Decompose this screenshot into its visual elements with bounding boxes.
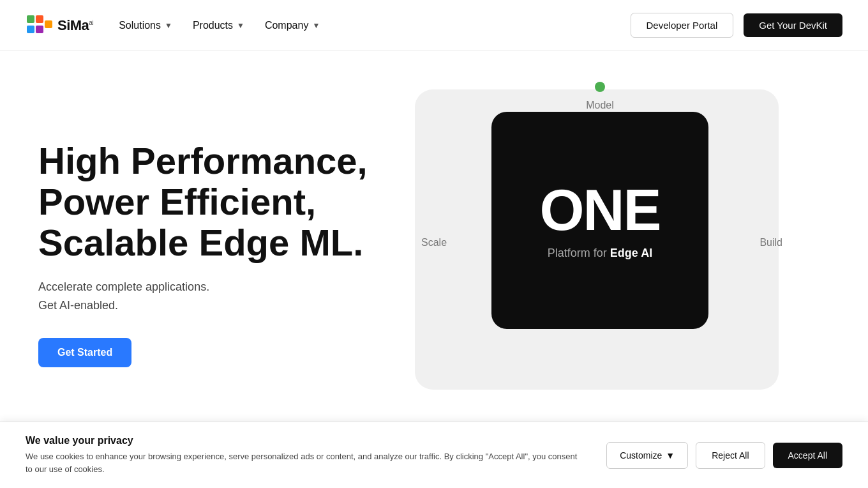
hero-left: High Performance, Power Efficient, Scala… xyxy=(38,89,370,367)
hero-right: Model Scale Build ONE Platform for Edge … xyxy=(370,77,830,409)
logo[interactable]: SiMaai xyxy=(26,14,93,37)
nav-products[interactable]: Products ▼ xyxy=(193,20,244,31)
one-title: ONE xyxy=(539,181,660,239)
svg-rect-1 xyxy=(36,15,43,23)
hero-section: High Performance, Power Efficient, Scala… xyxy=(0,51,868,424)
nav-company[interactable]: Company ▼ xyxy=(265,20,320,31)
svg-rect-0 xyxy=(27,15,34,23)
chevron-down-icon: ▼ xyxy=(312,21,320,30)
platform-container: Model Scale Build ONE Platform for Edge … xyxy=(415,77,785,409)
hero-subtitle: Accelerate complete applications. Get AI… xyxy=(38,278,370,315)
status-dot xyxy=(595,82,605,92)
one-platform-card: ONE Platform for Edge AI xyxy=(491,112,708,329)
logo-icon xyxy=(26,14,54,37)
chevron-down-icon: ▼ xyxy=(165,21,172,30)
navbar: SiMaai Solutions ▼ Products ▼ Company ▼ … xyxy=(0,0,868,51)
developer-portal-button[interactable]: Developer Portal xyxy=(631,13,734,38)
label-build: Build xyxy=(760,237,782,248)
cookie-banner: We value your privacy We use cookies to … xyxy=(0,422,868,424)
svg-rect-4 xyxy=(45,20,52,28)
navbar-right: Developer Portal Get Your DevKit xyxy=(631,13,842,38)
get-started-button[interactable]: Get Started xyxy=(38,338,131,367)
nav-solutions[interactable]: Solutions ▼ xyxy=(119,20,172,31)
hero-title: High Performance, Power Efficient, Scala… xyxy=(38,141,370,263)
svg-rect-3 xyxy=(36,26,43,33)
one-subtitle: Platform for Edge AI xyxy=(548,247,652,260)
nav-links: Solutions ▼ Products ▼ Company ▼ xyxy=(119,20,320,31)
get-devkit-button[interactable]: Get Your DevKit xyxy=(744,13,842,37)
logo-text: SiMaai xyxy=(57,17,93,34)
label-model: Model xyxy=(586,100,614,111)
label-scale: Scale xyxy=(421,237,447,248)
navbar-left: SiMaai Solutions ▼ Products ▼ Company ▼ xyxy=(26,14,320,37)
svg-rect-2 xyxy=(27,26,34,33)
chevron-down-icon: ▼ xyxy=(237,21,244,30)
